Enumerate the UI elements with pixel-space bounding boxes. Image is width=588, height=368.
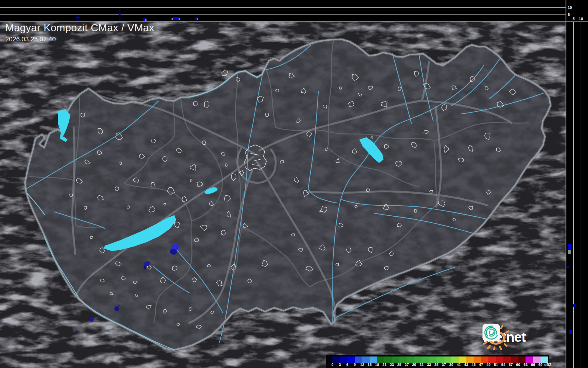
colorbar-tick-label: 31 [419,363,424,367]
colorbar-tick-label: 41 [457,363,461,367]
colorbar-swatch [518,356,526,363]
colorbar-tick-label: 35 [434,363,439,367]
right-profile-mark [567,266,569,268]
title-block: Magyar Kompozit CMax / VMax 2026.03.25 0… [5,21,154,43]
colorbar-tick-label: 60 [516,363,520,367]
top-profile-mark [195,17,197,20]
colorbar-swatch [466,356,474,363]
top-profile-mark [119,13,121,15]
top-profile-mark [179,18,180,20]
colorbar-swatch [503,356,511,363]
colorbar-tick-label: 23 [390,363,394,367]
colorbar-tick-label: 0 [332,363,334,367]
colorbar-tick-label: 54 [501,363,505,367]
colorbar-swatch [340,356,347,363]
colorbar-swatch [362,356,370,363]
colorbar-swatch [407,356,414,363]
top-axis-tick-label: 5 [568,12,570,17]
colorbar-tick-label: 21 [382,363,386,367]
colorbar-swatch [399,356,407,363]
map-area [0,21,566,368]
colorbar-swatch [370,356,377,363]
radar-viewer: Magyar Kompozit CMax / VMax 2026.03.25 0… [0,0,588,368]
colorbar-swatch [392,356,399,363]
radar-echo [118,305,120,306]
colorbar-tick-label: 12 [360,363,364,367]
colorbar-swatch [384,356,392,363]
colorbar-tick-label: 39 [449,363,453,367]
colorbar-tick-label: 37 [442,363,446,367]
colorbar-tick-label: 3 [339,363,341,367]
colorbar-tick-label: 63 [523,363,528,367]
colorbar-tick-label: dBZ [544,363,551,367]
colorbar-tick-label: 9 [354,363,356,367]
colorbar-swatch [459,356,466,363]
top-profile-mark [119,9,121,21]
colorbar-swatch [533,356,540,363]
right-axis-tick-label: 5 [572,17,574,21]
colorbar-tick-label: 69 [538,363,543,367]
right-profile-mark [573,304,575,307]
top-profile-mark [173,17,179,20]
radar-echo [114,306,119,311]
colorbar-swatch [481,356,488,363]
timestamp: 2026.03.25 07:40 [5,35,154,43]
colorbar-swatch [377,356,384,363]
colorbar-tick-label: 25 [397,363,401,367]
colorbar-tick-label: 51 [494,363,498,367]
colorbar-swatch [541,356,548,363]
colorbar-panel: 0369121518212325272931333537394143454749… [326,355,549,368]
colorbar-swatch [451,356,459,363]
colorbar-swatch [444,356,451,363]
colorbar-swatch [488,356,496,363]
colorbar-tick-label: 18 [375,363,379,367]
colorbar-tick-label: 47 [479,363,483,367]
colorbar-swatch [355,356,362,363]
colorbar-swatch [414,356,421,363]
colorbar-swatch [429,356,437,363]
right-profile-mark [569,330,572,334]
colorbar-tick-label: 66 [531,363,535,367]
page-title: Magyar Kompozit CMax / VMax [5,21,154,34]
colorbar-swatch [526,356,533,363]
colorbar-swatch [437,356,444,363]
metnet-logo: metnet [482,323,530,350]
top-profile-mark [197,18,198,20]
colorbar-swatch [347,356,355,363]
colorbar-tick-label: 33 [427,363,431,367]
colorbar-tick-label: 6 [346,363,348,367]
radar-map-svg [0,0,588,368]
colorbar-tick-label: 43 [464,363,468,367]
colorbar-swatch [511,356,518,363]
colorbar-swatch [421,356,429,363]
radar-echo [76,330,78,332]
colorbar-swatch [496,356,503,363]
colorbar-tick-label: 49 [486,363,490,367]
colorbar-tick-label: 29 [412,363,416,367]
colorbar-tick-label: 45 [472,363,476,367]
top-profile-mark [172,18,173,20]
top-profile-mark [76,17,80,18]
colorbar-tick-label: 57 [509,363,513,367]
top-profile-mark [76,18,79,21]
colorbar-swatch [474,356,481,363]
top-axis-tick-label: 10 [568,5,572,10]
colorbar-tick-label: 27 [405,363,409,367]
top-profile-mark [143,18,145,21]
top-profile-mark [145,19,146,21]
right-axis-tick-label: 10 [579,17,583,21]
right-profile-mark [568,250,571,254]
colorbar-swatch [332,356,340,363]
spiral-app-icon [482,323,500,342]
colorbar-tick-label: 15 [368,363,372,367]
right-profile-mark [568,244,571,250]
